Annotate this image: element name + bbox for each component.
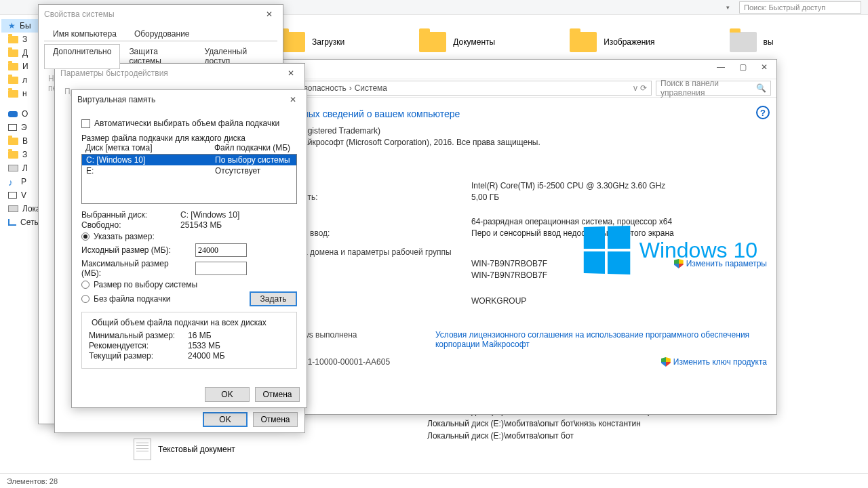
maximize-button[interactable]: ▢: [732, 60, 753, 75]
drive-row[interactable]: E:Отсутствует: [82, 165, 296, 176]
totals-group: Общий объем файла подкачки на всех диска…: [81, 312, 297, 369]
control-panel-search[interactable]: Поиск в панели управления 🔍: [656, 81, 771, 96]
close-button[interactable]: ✕: [753, 60, 775, 75]
tab-computer-name[interactable]: Имя компьютера: [44, 26, 125, 41]
drives-listbox[interactable]: C: [Windows 10]По выбору системы E:Отсут…: [81, 154, 297, 204]
close-button[interactable]: ✕: [283, 66, 299, 80]
tab-hardware[interactable]: Оборудование: [125, 26, 199, 41]
cancel-button[interactable]: Отмена: [253, 412, 298, 427]
lib-pictures[interactable]: Изображения: [570, 28, 654, 56]
max-size-input[interactable]: [195, 262, 247, 275]
dialog-title: Виртуальная память: [77, 95, 155, 104]
refresh-icon[interactable]: ⟳: [640, 83, 647, 93]
dialog-title: Параметры быстродействия: [60, 68, 168, 78]
radio-icon: [81, 232, 90, 241]
tab-row-1: Имя компьютера Оборудование: [44, 26, 277, 41]
close-button[interactable]: ✕: [285, 93, 301, 106]
shield-icon: [674, 259, 684, 268]
lib-downloads[interactable]: Загрузки: [278, 28, 344, 56]
dialog-title: Свойства системы: [44, 9, 115, 19]
initial-size-input[interactable]: [195, 243, 247, 257]
tab-advanced[interactable]: Дополнительно: [44, 44, 120, 69]
lib-vy[interactable]: вы: [730, 28, 774, 56]
auto-manage-checkbox[interactable]: Автоматически выбирать объем файла подка…: [81, 119, 297, 128]
close-button[interactable]: ✕: [261, 7, 277, 21]
drive-row[interactable]: C: [Windows 10]По выбору системы: [82, 155, 296, 165]
initial-size-label: Исходный размер (МБ):: [81, 245, 190, 255]
radio-icon: [81, 295, 90, 303]
explorer-search[interactable]: Поиск: Быстрый доступ: [739, 1, 861, 14]
custom-size-radio[interactable]: Указать размер:: [81, 232, 297, 241]
text-file-icon: [134, 439, 151, 460]
license-terms-link[interactable]: Условия лицензионного соглашения на испо…: [435, 330, 766, 349]
change-product-key-link[interactable]: Изменить ключ продукта: [661, 357, 767, 367]
checkbox-icon: [81, 119, 90, 128]
set-button[interactable]: Задать: [250, 291, 297, 306]
recent-file[interactable]: Локальный диск (E:)\мобитва\опыт бот\кня…: [427, 419, 678, 431]
text-document-item[interactable]: Текстовый документ: [134, 439, 235, 460]
lib-documents[interactable]: Документы: [419, 28, 495, 56]
shield-icon: [661, 357, 671, 367]
change-settings-link[interactable]: Изменить параметры: [674, 259, 767, 268]
group-label: Размер файла подкачки для каждого диска: [81, 134, 297, 143]
group-label: Общий объем файла подкачки на всех диска…: [89, 318, 269, 327]
max-size-label: Максимальный размер (МБ):: [81, 259, 190, 278]
chevron-down-icon[interactable]: ▾: [726, 4, 730, 11]
minimize-button[interactable]: —: [710, 60, 732, 75]
cancel-button[interactable]: Отмена: [255, 387, 300, 402]
page-title: ных сведений о вашем компьютере: [303, 108, 766, 119]
recent-file[interactable]: Локальный диск (E:)\мобитва\опыт бот: [427, 431, 678, 443]
chevron-down-icon[interactable]: v: [633, 83, 637, 93]
explorer-statusbar: Элементов: 28: [0, 473, 868, 488]
no-paging-file-radio[interactable]: Без файла подкачки: [81, 294, 170, 304]
virtual-memory-dialog: Виртуальная память ✕ Автоматически выбир…: [71, 89, 307, 408]
search-icon: 🔍: [756, 83, 766, 93]
ok-button[interactable]: OK: [203, 412, 248, 427]
radio-icon: [81, 281, 90, 289]
ok-button[interactable]: OK: [205, 387, 250, 402]
system-managed-radio[interactable]: Размер по выбору системы: [81, 280, 297, 289]
breadcrumb[interactable]: езопасность › Система v ⟳: [295, 81, 652, 96]
